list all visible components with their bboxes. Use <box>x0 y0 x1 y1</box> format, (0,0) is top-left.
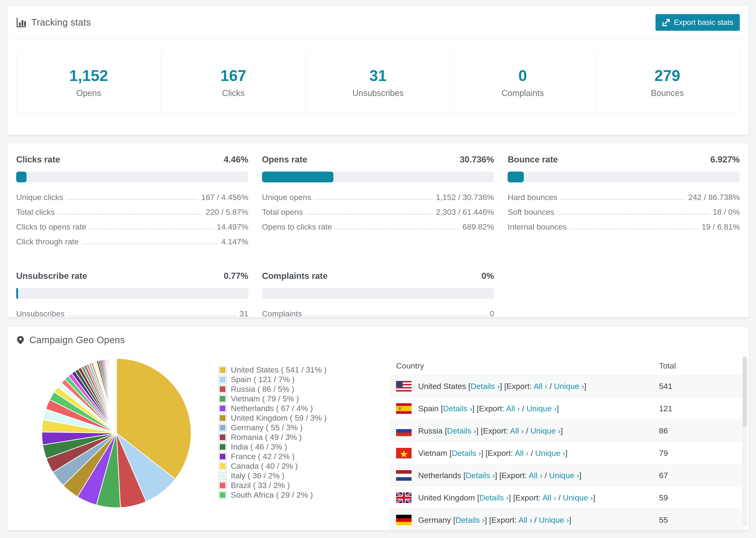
bracket: [ <box>513 493 515 502</box>
summary-stat-cell: 1,152 Opens <box>17 48 161 113</box>
rate-value: 0.77% <box>224 271 248 281</box>
legend-item: United States ( 541 / 31% ) <box>219 365 327 375</box>
bracket: ] <box>561 426 563 435</box>
legend-color-swatch <box>219 453 227 460</box>
export-unique-link[interactable]: Unique › <box>539 515 569 524</box>
rate-block: Bounce rate 6.927% Hard bounces 242 / 86… <box>508 155 740 252</box>
total-cell: 541 <box>659 382 736 391</box>
stat-label: Unsubscribes <box>306 88 450 98</box>
rates-grid: Clicks rate 4.46% Unique clicks 167 / 4.… <box>7 143 749 324</box>
bracket: ] <box>495 471 497 480</box>
legend-color-swatch <box>219 395 227 403</box>
summary-stats-row: 1,152 Opens 167 Clicks 31 Unsubscribes 0… <box>16 48 740 113</box>
rate-stat-label: Unique clicks <box>16 193 63 202</box>
bracket: ] <box>579 471 581 480</box>
legend-label: France ( 42 / 2% ) <box>231 452 295 461</box>
geo-table-header-row: Country Total <box>390 356 743 375</box>
legend-color-swatch <box>219 491 227 499</box>
country-row-text: Russia [Details ›] [Export: All › / Uniq… <box>418 426 563 435</box>
campaign-geo-opens-panel: Campaign Geo Opens United States ( 541 /… <box>7 326 749 530</box>
rate-stat-value: 167 / 4.456% <box>201 193 248 202</box>
export-unique-link[interactable]: Unique › <box>530 426 561 435</box>
bracket: ] <box>472 404 474 413</box>
pie-slice-other[interactable] <box>116 358 117 433</box>
rate-stat-row: Opens to clicks rate 689.82% <box>262 222 494 232</box>
total-cell: 55 <box>659 515 736 525</box>
country-cell: Vietnam [Details ›] [Export: All › / Uni… <box>396 448 659 458</box>
export-unique-link[interactable]: Unique › <box>554 382 584 391</box>
geo-opens-content: United States ( 541 / 31% ) Spain ( 121 … <box>7 354 749 530</box>
details-link[interactable]: Details › <box>452 449 481 457</box>
country-row-text: Spain [Details ›] [Export: All › / Uniqu… <box>418 404 559 413</box>
bracket: [ <box>486 449 488 457</box>
legend-item: Netherlands ( 67 / 4% ) <box>219 404 327 413</box>
details-link[interactable]: Details › <box>470 382 500 391</box>
rate-stat-row: Unique clicks 167 / 4.456% <box>16 193 248 202</box>
scrollbar-thumb[interactable] <box>743 356 747 427</box>
details-link[interactable]: Details › <box>447 426 476 435</box>
export-all-link[interactable]: All › <box>533 382 547 391</box>
total-cell: 79 <box>659 449 736 458</box>
details-link[interactable]: Details › <box>479 493 509 502</box>
geo-table-row: United Kingdom [Details ›] [Export: All … <box>390 486 743 509</box>
legend-item: Germany ( 55 / 3% ) <box>219 423 327 432</box>
legend-item: United Kingdom ( 59 / 3% ) <box>219 413 327 423</box>
dotted-leader <box>335 229 459 229</box>
total-cell: 86 <box>659 426 736 435</box>
bracket: ] <box>500 382 502 391</box>
rate-stat-value: 689.82% <box>462 222 494 232</box>
rate-stat-value: 1,152 / 30.736% <box>436 193 494 202</box>
rate-stat-value: 31 <box>240 309 248 318</box>
legend-item: Vietnam ( 79 / 5% ) <box>219 394 327 404</box>
rate-stat-row: Unsubscribes 31 <box>16 309 248 318</box>
separator: / <box>522 404 524 413</box>
details-link[interactable]: Details › <box>465 471 495 480</box>
rate-stat-value: 14.497% <box>217 222 248 232</box>
geo-table-scrollbar[interactable] <box>742 356 747 527</box>
rates-panel: Clicks rate 4.46% Unique clicks 167 / 4.… <box>7 143 749 317</box>
geo-table-row: Vietnam [Details ›] [Export: All › / Uni… <box>390 442 743 464</box>
stat-value: 279 <box>595 67 739 84</box>
rate-title: Unsubscribe rate <box>16 271 87 281</box>
export-unique-link[interactable]: Unique › <box>563 493 593 502</box>
bracket: [ <box>481 426 483 435</box>
rate-value: 4.46% <box>224 155 248 165</box>
export-all-link[interactable]: All › <box>506 404 520 413</box>
export-all-link[interactable]: All › <box>514 449 528 457</box>
export-all-link[interactable]: All › <box>529 471 543 480</box>
export-unique-link[interactable]: Unique › <box>526 404 557 413</box>
total-column-header: Total <box>659 361 736 370</box>
details-link[interactable]: Details › <box>443 404 472 413</box>
rate-progress-fill <box>508 172 523 183</box>
country-column-header: Country <box>396 361 659 370</box>
legend-color-swatch <box>219 462 227 470</box>
flag-us-icon <box>396 381 411 392</box>
country-row-text: Netherlands [Details ›] [Export: All › /… <box>418 471 581 480</box>
bar-chart-icon <box>16 17 27 28</box>
export-basic-stats-button[interactable]: Export basic stats <box>656 14 740 31</box>
bracket: [ <box>477 404 479 413</box>
rate-stat-value: 0 <box>490 309 494 318</box>
legend-label: Vietnam ( 79 / 5% ) <box>231 394 299 403</box>
flag-nl-icon <box>396 470 411 481</box>
geo-opens-legend: United States ( 541 / 31% ) Spain ( 121 … <box>219 365 327 500</box>
flag-es-icon <box>396 403 411 414</box>
bracket: ] <box>584 382 586 391</box>
country-row-text: Vietnam [Details ›] [Export: All › / Uni… <box>418 449 567 458</box>
export-label: Export: <box>488 449 513 457</box>
export-all-link[interactable]: All › <box>542 493 556 502</box>
stat-value: 31 <box>306 67 450 84</box>
stat-label: Clicks <box>161 88 305 98</box>
export-all-link[interactable]: All › <box>510 426 524 435</box>
export-all-link[interactable]: All › <box>518 515 532 524</box>
geo-table-row: Netherlands [Details ›] [Export: All › /… <box>390 464 743 486</box>
bracket: [ <box>504 382 507 391</box>
bracket: [ <box>445 426 447 435</box>
export-button-label: Export basic stats <box>674 18 733 27</box>
summary-stat-cell: 279 Bounces <box>595 48 739 113</box>
summary-stat-cell: 31 Unsubscribes <box>305 48 450 113</box>
details-link[interactable]: Details › <box>456 515 485 524</box>
export-unique-link[interactable]: Unique › <box>549 471 579 480</box>
export-unique-link[interactable]: Unique › <box>535 449 566 457</box>
rate-stat-row: Hard bounces 242 / 86.738% <box>508 193 740 202</box>
